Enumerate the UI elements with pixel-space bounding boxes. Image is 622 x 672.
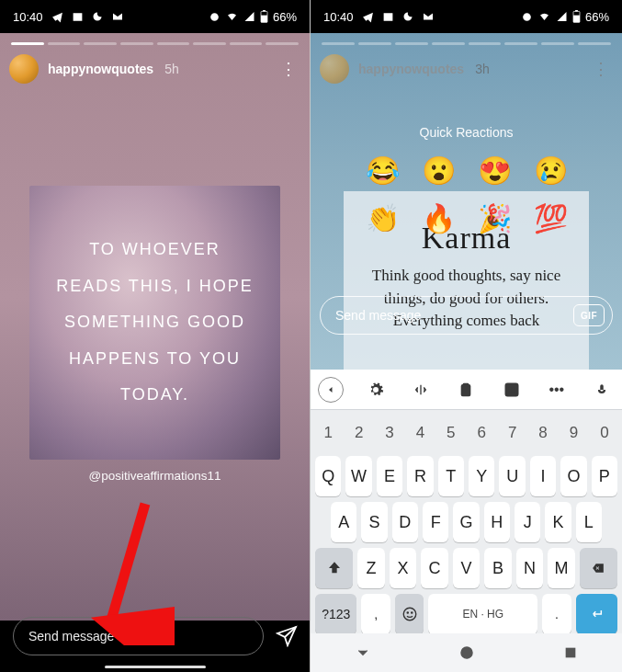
status-bar: 10:40 66%: [0, 0, 310, 33]
key-v[interactable]: V: [453, 548, 480, 588]
key-symbols[interactable]: ?123: [315, 594, 356, 634]
key-1[interactable]: 1: [315, 416, 341, 450]
username[interactable]: happynowquotes: [48, 62, 153, 76]
story-progress: [11, 42, 299, 45]
kb-more-icon[interactable]: •••: [544, 377, 570, 403]
key-u[interactable]: U: [499, 456, 525, 496]
key-3[interactable]: 3: [377, 416, 402, 450]
keyboard-row-2: A S D F G H J K L: [311, 496, 622, 542]
reaction-cry[interactable]: 😢: [534, 154, 568, 187]
keyboard-row-1: Q W E R T Y U I O P: [311, 450, 622, 496]
battery-icon: [572, 10, 581, 23]
key-z[interactable]: Z: [357, 548, 384, 588]
battery-text: 66%: [273, 10, 297, 24]
reaction-fire[interactable]: 🔥: [422, 202, 456, 234]
svg-point-9: [509, 387, 511, 389]
svg-point-13: [411, 612, 412, 613]
key-enter[interactable]: [576, 594, 617, 634]
time-ago: 5h: [164, 62, 179, 76]
reaction-party[interactable]: 🎉: [478, 202, 512, 234]
wifi-icon: [225, 11, 239, 22]
avatar[interactable]: [320, 54, 349, 84]
key-9[interactable]: 9: [560, 416, 586, 450]
kb-collapse-icon[interactable]: [318, 377, 344, 403]
key-2[interactable]: 2: [345, 416, 371, 450]
svg-rect-15: [566, 648, 574, 656]
wifi-icon: [537, 11, 551, 22]
kb-clipboard-icon[interactable]: [453, 377, 479, 403]
key-t[interactable]: T: [438, 456, 464, 496]
nav-keyboard-hide-icon[interactable]: [351, 641, 375, 665]
key-6[interactable]: 6: [469, 416, 494, 450]
reaction-wow[interactable]: 😮: [422, 154, 456, 187]
key-8[interactable]: 8: [530, 416, 556, 450]
nav-recent-icon[interactable]: [559, 641, 582, 665]
key-emoji[interactable]: [395, 594, 424, 634]
kb-textselect-icon[interactable]: [408, 377, 434, 403]
key-comma[interactable]: ,: [361, 594, 390, 634]
time-ago: 3h: [475, 62, 490, 76]
quote-line: happens to you: [56, 341, 254, 378]
svg-rect-1: [261, 16, 267, 23]
send-message-placeholder: Send message: [335, 308, 573, 323]
kb-mic-icon[interactable]: [589, 377, 615, 403]
battery-text: 66%: [585, 10, 609, 24]
svg-point-14: [461, 647, 472, 658]
story-caption: @positiveaffirmations11: [0, 469, 310, 483]
reaction-laugh[interactable]: 😂: [366, 154, 400, 187]
key-y[interactable]: Y: [469, 456, 494, 496]
key-shift[interactable]: [315, 548, 353, 588]
key-5[interactable]: 5: [438, 416, 464, 450]
key-0[interactable]: 0: [592, 416, 617, 450]
gif-button[interactable]: GIF: [573, 304, 605, 326]
share-icon[interactable]: [273, 625, 300, 647]
key-period[interactable]: .: [542, 594, 571, 634]
key-k[interactable]: K: [545, 502, 571, 542]
key-x[interactable]: X: [390, 548, 416, 588]
key-a[interactable]: A: [331, 502, 356, 542]
key-m[interactable]: M: [548, 548, 574, 588]
key-j[interactable]: J: [515, 502, 540, 542]
key-4[interactable]: 4: [407, 416, 433, 450]
key-n[interactable]: N: [516, 548, 543, 588]
key-q[interactable]: Q: [315, 456, 341, 496]
svg-point-12: [407, 612, 408, 613]
reaction-clap[interactable]: 👏: [366, 202, 400, 234]
avatar[interactable]: [9, 54, 39, 84]
svg-rect-2: [263, 10, 266, 11]
more-icon[interactable]: ⋮: [277, 59, 300, 79]
svg-point-10: [513, 387, 515, 389]
key-7[interactable]: 7: [499, 416, 525, 450]
key-b[interactable]: B: [484, 548, 511, 588]
key-h[interactable]: H: [484, 502, 510, 542]
kb-sticker-icon[interactable]: [499, 377, 525, 403]
key-o[interactable]: O: [560, 456, 586, 496]
key-c[interactable]: C: [421, 548, 447, 588]
key-d[interactable]: D: [392, 502, 418, 542]
more-icon[interactable]: ⋮: [589, 59, 613, 79]
reaction-hundred[interactable]: 💯: [534, 202, 568, 234]
mail-icon: [111, 11, 124, 22]
kb-settings-icon[interactable]: [363, 377, 389, 403]
key-e[interactable]: E: [377, 456, 402, 496]
reaction-heart-eyes[interactable]: 😍: [478, 154, 512, 187]
send-message-input[interactable]: Send message GIF: [320, 296, 613, 335]
alarm-icon: [521, 11, 533, 23]
key-f[interactable]: F: [423, 502, 448, 542]
key-i[interactable]: I: [530, 456, 556, 496]
key-p[interactable]: P: [592, 456, 617, 496]
svg-rect-5: [575, 10, 578, 11]
key-r[interactable]: R: [407, 456, 433, 496]
battery-icon: [260, 10, 268, 23]
key-g[interactable]: G: [453, 502, 479, 542]
nav-home-icon[interactable]: [455, 641, 479, 665]
key-backspace[interactable]: [580, 548, 617, 588]
key-s[interactable]: S: [361, 502, 387, 542]
key-l[interactable]: L: [576, 502, 602, 542]
quote-line: something good: [56, 304, 254, 341]
username[interactable]: happynowquotes: [358, 62, 464, 76]
signal-icon: [556, 11, 568, 22]
quote-line: reads this, I hope: [56, 268, 254, 305]
key-w[interactable]: W: [345, 456, 371, 496]
key-space[interactable]: EN · HG: [428, 594, 537, 634]
